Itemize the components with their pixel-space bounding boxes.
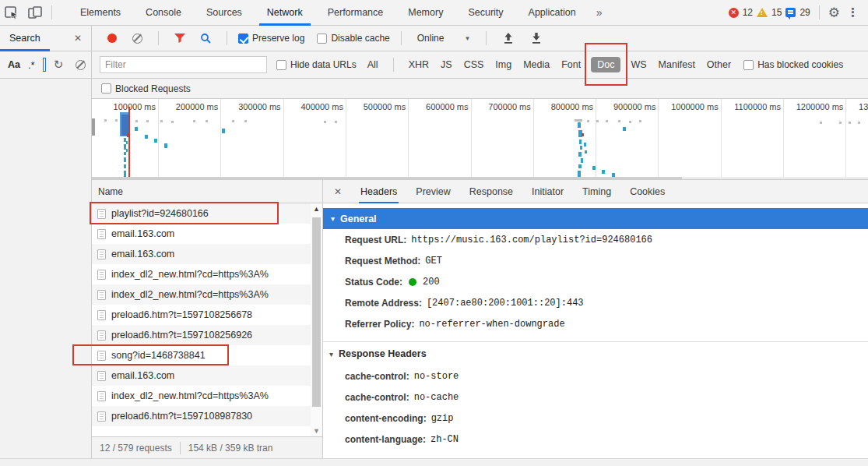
- filter-type-font[interactable]: Font: [560, 57, 582, 72]
- hide-data-urls-checkbox[interactable]: Hide data URLs: [276, 59, 357, 70]
- status-green-dot-icon: [409, 278, 416, 286]
- timeline-tick-label: 900000 ms: [595, 102, 655, 111]
- request-row[interactable]: preload6.htm?t=1597108256678: [92, 305, 322, 325]
- blocked-requests-checkbox[interactable]: Blocked Requests: [101, 83, 191, 94]
- request-row[interactable]: index_dl2_new.html?cd=https%3A%: [92, 284, 322, 305]
- filter-funnel-icon[interactable]: [174, 33, 186, 44]
- network-overview-timeline[interactable]: 100000 ms200000 ms300000 ms400000 ms5000…: [92, 99, 868, 180]
- document-icon: [97, 290, 106, 300]
- header-key: content-encoding:: [345, 413, 427, 424]
- request-row[interactable]: email.163.com: [92, 365, 322, 386]
- request-row[interactable]: email.163.com: [92, 244, 322, 264]
- devtools-tab-performance[interactable]: Performance: [315, 0, 396, 26]
- response-headers-items: cache-control:no-storecache-control:no-c…: [323, 365, 868, 450]
- export-har-icon[interactable]: [530, 33, 543, 44]
- waterfall-mark: [206, 120, 208, 122]
- import-har-icon[interactable]: [502, 33, 515, 44]
- record-button[interactable]: [107, 34, 117, 43]
- filter-type-other[interactable]: Other: [705, 57, 733, 72]
- request-row[interactable]: playlist?id=924680166: [92, 203, 322, 224]
- checkbox[interactable]: [101, 83, 111, 94]
- checkbox[interactable]: [317, 34, 327, 44]
- general-section-header[interactable]: ▾ General: [323, 208, 868, 229]
- details-tab-timing[interactable]: Timing: [573, 180, 620, 203]
- message-badge-icon[interactable]: [785, 8, 796, 17]
- filter-type-doc[interactable]: Doc: [591, 57, 620, 72]
- close-search-icon[interactable]: ✕: [74, 33, 82, 44]
- header-value: no-store: [414, 371, 459, 382]
- devtools-tab-security[interactable]: Security: [455, 0, 515, 26]
- waterfall-mark: [858, 122, 860, 124]
- waterfall-mark: [146, 120, 149, 122]
- request-row[interactable]: index_dl2_new.html?cd=https%3A%: [92, 386, 322, 406]
- filter-input[interactable]: [100, 56, 267, 73]
- error-badge-icon[interactable]: ✕: [729, 8, 739, 18]
- preserve-log-checkbox[interactable]: Preserve log: [238, 33, 304, 44]
- devtools-tab-sources[interactable]: Sources: [194, 0, 255, 26]
- request-row[interactable]: preload6.htm?t=1597108987830: [92, 406, 322, 426]
- details-tab-response[interactable]: Response: [460, 180, 522, 203]
- waterfall-mark: [124, 152, 126, 155]
- has-blocked-cookies-checkbox[interactable]: Has blocked cookies: [743, 59, 843, 70]
- filter-type-xhr[interactable]: XHR: [407, 57, 430, 72]
- refresh-search-icon[interactable]: ↻: [54, 58, 64, 72]
- request-list-scrollbar[interactable]: ▲ ▼: [311, 203, 322, 436]
- request-row[interactable]: email.163.com: [92, 224, 322, 244]
- search-requests-icon[interactable]: [200, 33, 212, 44]
- name-column-header[interactable]: Name: [92, 180, 322, 203]
- regex-toggle[interactable]: .*: [28, 59, 35, 71]
- details-tab-initiator[interactable]: Initiator: [522, 180, 573, 203]
- document-icon: [97, 351, 106, 361]
- inspect-element-icon[interactable]: [0, 2, 23, 23]
- filter-type-all[interactable]: All: [366, 57, 380, 72]
- checkbox[interactable]: [276, 60, 286, 70]
- settings-gear-icon[interactable]: ⚙: [828, 5, 840, 21]
- waterfall-mark: [164, 143, 167, 148]
- kebab-menu-icon[interactable]: ⋮: [844, 5, 862, 19]
- message-count[interactable]: 29: [799, 7, 810, 18]
- devtools-tab-memory[interactable]: Memory: [395, 0, 455, 26]
- header-key: content-language:: [345, 434, 426, 445]
- clear-search-icon[interactable]: [76, 60, 86, 70]
- header-key: Remote Address:: [345, 298, 422, 309]
- waterfall-mark: [126, 141, 128, 144]
- more-tabs-icon[interactable]: »: [589, 6, 610, 19]
- filter-type-media[interactable]: Media: [522, 57, 551, 72]
- request-name: preload6.htm?t=1597108987830: [111, 411, 252, 422]
- filter-type-manifest[interactable]: Manifest: [657, 57, 697, 72]
- devtools-tab-elements[interactable]: Elements: [68, 0, 133, 26]
- throttling-dropdown[interactable]: Online ▼: [413, 33, 476, 44]
- document-icon: [97, 209, 106, 219]
- scroll-up-icon[interactable]: ▲: [311, 205, 322, 213]
- filter-type-ws[interactable]: WS: [629, 57, 648, 72]
- warning-count[interactable]: 15: [771, 7, 782, 18]
- checkbox[interactable]: [743, 60, 754, 70]
- device-toolbar-icon[interactable]: [23, 2, 47, 23]
- error-count[interactable]: 12: [743, 7, 753, 18]
- disable-cache-checkbox[interactable]: Disable cache: [317, 33, 389, 44]
- divider: [227, 31, 227, 45]
- details-tab-preview[interactable]: Preview: [406, 180, 459, 203]
- close-details-icon[interactable]: ✕: [323, 186, 351, 197]
- details-tab-cookies[interactable]: Cookies: [620, 180, 674, 203]
- waterfall-mark: [582, 133, 584, 136]
- request-row[interactable]: preload6.htm?t=1597108256926: [92, 325, 322, 345]
- scroll-down-icon[interactable]: ▼: [311, 427, 322, 435]
- response-headers-section-header[interactable]: ▾ Response Headers: [323, 342, 868, 365]
- checkbox[interactable]: [238, 34, 248, 44]
- filter-type-img[interactable]: Img: [494, 57, 513, 72]
- devtools-tab-network[interactable]: Network: [255, 0, 315, 26]
- search-panel-tab[interactable]: Search ✕: [0, 26, 92, 51]
- filter-type-js[interactable]: JS: [439, 57, 454, 72]
- devtools-tab-application[interactable]: Application: [516, 0, 589, 26]
- header-line: Status Code:200: [323, 271, 868, 292]
- match-case-toggle[interactable]: Aa: [8, 59, 20, 70]
- filter-type-css[interactable]: CSS: [462, 57, 486, 72]
- request-row[interactable]: index_dl2_new.html?cd=https%3A%: [92, 264, 322, 284]
- request-row[interactable]: song?id=1468738841: [92, 345, 322, 365]
- warning-badge-icon[interactable]: !: [757, 8, 768, 17]
- clear-requests-icon[interactable]: [132, 34, 142, 44]
- devtools-tab-console[interactable]: Console: [133, 0, 194, 26]
- scrollbar-thumb[interactable]: [312, 217, 321, 407]
- details-tab-headers[interactable]: Headers: [351, 180, 406, 203]
